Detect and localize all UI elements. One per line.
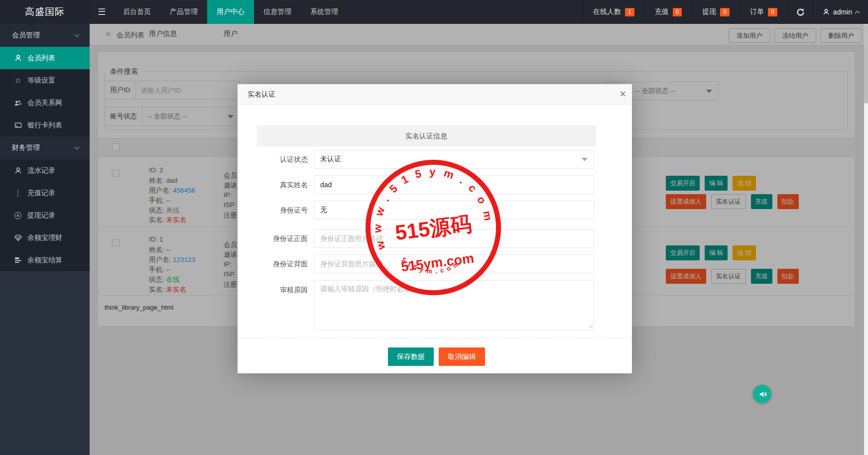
caret-up-icon	[855, 10, 860, 15]
navbar-spacer	[348, 0, 583, 24]
user-icon	[14, 167, 22, 174]
dots-icon: ⋮	[14, 189, 22, 198]
sidebar: 会员管理 会员列表 ☆ 等级设置 会员关系网 银行卡列表 财务管理 流水记录 ⋮	[0, 24, 90, 455]
star-icon: ☆	[14, 76, 22, 85]
stat-withdraw[interactable]: 提现 0	[692, 0, 740, 24]
user-icon	[14, 54, 22, 62]
id-front-label: 身份证正面	[248, 229, 308, 248]
cancel-button[interactable]: 取消编辑	[439, 347, 485, 366]
save-button[interactable]: 保存数据	[388, 347, 434, 366]
stat-recharge[interactable]: 充值 0	[644, 0, 692, 24]
scrollbar-thumb[interactable]	[864, 24, 868, 104]
status-badge: 1	[625, 8, 634, 16]
user-icon	[823, 8, 830, 15]
sidebar-item-flow-records[interactable]: 流水记录	[0, 159, 90, 182]
stamp-center-text: 515源码	[394, 212, 473, 244]
users-icon	[14, 99, 22, 107]
sidebar-group-members[interactable]: 会员管理	[0, 24, 90, 47]
bars-icon	[14, 257, 22, 263]
gem-icon	[14, 234, 22, 241]
tab-products[interactable]: 产品管理	[160, 0, 207, 24]
refresh-button[interactable]	[787, 0, 813, 24]
chevron-down-icon	[75, 32, 80, 37]
status-badge: 0	[768, 8, 777, 16]
tab-user-center[interactable]: 用户中心	[207, 0, 254, 24]
tab-system[interactable]: 系统管理	[301, 0, 348, 24]
chevron-down-icon	[75, 145, 80, 150]
id-back-label: 身份证背面	[248, 254, 308, 273]
sidebar-item-bank-cards[interactable]: 银行卡列表	[0, 114, 90, 136]
resize-grip-icon[interactable]	[588, 323, 593, 329]
page-scrollbar	[864, 24, 868, 455]
app-root: 高盛国际 ☰ 后台首页 产品管理 用户中心 信息管理 系统管理 在线人数 1 充…	[0, 0, 868, 455]
id-number-label: 身份证号	[248, 201, 308, 220]
speaker-icon	[757, 389, 767, 399]
sidebar-item-member-list[interactable]: 会员列表	[0, 47, 90, 69]
real-name-label: 真实姓名	[248, 175, 308, 194]
bank-card-icon	[14, 121, 22, 129]
refresh-icon	[796, 8, 805, 16]
modal-title: 实名认证	[248, 90, 275, 99]
sidebar-group-finance[interactable]: 财务管理	[0, 136, 90, 159]
sidebar-toggle-button[interactable]: ☰	[90, 0, 114, 24]
top-navbar: 高盛国际 ☰ 后台首页 产品管理 用户中心 信息管理 系统管理 在线人数 1 充…	[0, 0, 868, 24]
yen-circle-icon: ¥	[14, 212, 22, 219]
close-icon[interactable]: ×	[620, 88, 626, 101]
tab-information[interactable]: 信息管理	[254, 0, 301, 24]
tab-dashboard[interactable]: 后台首页	[114, 0, 160, 24]
sidebar-item-member-network[interactable]: 会员关系网	[0, 92, 90, 114]
watermark-stamp: www.515ym.com 515源码 515ym.com 515ym.com	[363, 157, 503, 298]
sidebar-item-yuebao-invest[interactable]: 余额宝理财	[0, 227, 90, 249]
user-menu[interactable]: admin	[813, 0, 868, 24]
sidebar-item-level-settings[interactable]: ☆ 等级设置	[0, 69, 90, 92]
dropdown-triangle-icon	[582, 158, 588, 161]
status-badge: 0	[720, 8, 730, 16]
sidebar-item-recharge-records[interactable]: ⋮ 充值记录	[0, 182, 90, 204]
status-badge: 0	[673, 8, 682, 16]
modal-footer-divider	[238, 338, 632, 338]
stat-online-users[interactable]: 在线人数 1	[583, 0, 644, 24]
sound-toggle-button[interactable]	[753, 385, 771, 403]
sidebar-item-yuebao-settle[interactable]: 余额宝结算	[0, 249, 90, 271]
sidebar-item-withdraw-records[interactable]: ¥ 提现记录	[0, 204, 90, 227]
hamburger-icon: ☰	[98, 6, 106, 17]
audit-reason-label: 审核原因	[248, 280, 308, 299]
auth-status-label: 认证状态	[248, 150, 308, 169]
brand-logo: 高盛国际	[0, 0, 90, 24]
stat-orders[interactable]: 订单 0	[740, 0, 787, 24]
modal-header: 实名认证 ×	[238, 84, 632, 105]
modal-banner: 实名认证信息	[257, 125, 596, 146]
